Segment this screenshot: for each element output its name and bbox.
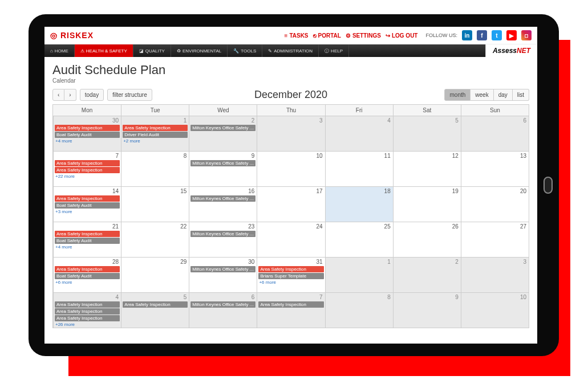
calendar-event[interactable]: Area Safety Inspection [55,160,120,166]
twitter-icon[interactable]: t [492,30,502,40]
view-week-button[interactable]: week [471,89,493,101]
more-events-link[interactable]: +6 more [54,279,121,285]
view-month-button[interactable]: month [444,89,471,101]
calendar-cell[interactable]: 17 [257,186,325,222]
nav-tools[interactable]: 🔧TOOLS [228,44,262,57]
calendar-cell[interactable]: 18 [325,186,393,222]
calendar-cell[interactable]: 26 [393,222,461,257]
calendar-cell[interactable]: 25 [325,222,393,257]
calendar-cell[interactable]: 10 [461,292,529,328]
calendar-cell[interactable]: 30Milton Keynes Office Safety Au [189,257,257,292]
calendar-cell[interactable]: 5 [393,116,461,151]
calendar-cell[interactable]: 7Area Safety Inspection [257,292,325,328]
calendar-event[interactable]: Area Safety Inspection [55,266,120,272]
calendar-cell[interactable]: 9 [393,292,461,328]
calendar-event[interactable]: Area Safety Inspection [55,231,120,237]
date-number: 29 [180,259,186,265]
calendar-event[interactable]: Area Safety Inspection [55,125,120,131]
calendar-cell[interactable]: 29 [121,257,189,292]
calendar-cell[interactable]: 6Milton Keynes Office Safety Au [189,292,257,328]
calendar-cell[interactable]: 2Milton Keynes Office Safety Au [189,116,257,151]
calendar-cell[interactable]: 30Area Safety InspectionBoat Safety Audi… [53,116,121,151]
more-events-link[interactable]: +22 more [54,173,121,179]
calendar-event[interactable]: Area Safety Inspection [258,301,323,308]
calendar-cell[interactable]: 23Milton Keynes Office Safety Au [189,222,257,257]
calendar-cell[interactable]: 12 [393,151,461,186]
more-events-link[interactable]: +6 more [257,279,325,285]
calendar-event[interactable]: Area Safety Inspection [55,308,120,315]
prev-button[interactable]: ‹ [52,89,64,101]
calendar-cell[interactable]: 1Area Safety InspectionDriver Field Audi… [121,116,189,151]
nav-quality[interactable]: ◪QUALITY [133,44,171,57]
more-events-link[interactable]: +3 more [54,209,121,215]
nav-home[interactable]: ⌂HOME [44,44,75,57]
calendar-event[interactable]: Area Safety Inspection [55,195,120,202]
calendar-cell[interactable]: 14Area Safety InspectionBoat Safety Audi… [53,186,121,222]
calendar-cell[interactable]: 8 [325,292,393,328]
calendar-cell[interactable]: 20 [461,186,529,222]
today-button[interactable]: today [80,89,104,101]
calendar-event[interactable]: Boat Safety Audit [55,238,120,244]
calendar-event[interactable]: Area Safety Inspection [258,266,323,272]
calendar-cell[interactable]: 24 [257,222,325,257]
calendar-event[interactable]: Milton Keynes Office Safety Au [190,231,256,237]
calendar-cell[interactable]: 9Milton Keynes Office Safety Au [189,151,257,186]
calendar-cell[interactable]: 27 [461,222,529,257]
calendar-event[interactable]: Area Safety Inspection [55,315,120,321]
calendar-cell[interactable]: 19 [393,186,461,222]
nav-help[interactable]: ⓘHELP [319,44,349,57]
calendar-cell[interactable]: 6 [461,116,529,151]
calendar-cell[interactable]: 4Area Safety InspectionArea Safety Inspe… [53,292,121,328]
linkedin-icon[interactable]: in [462,30,472,40]
calendar-cell[interactable]: 4 [325,116,393,151]
calendar-event[interactable]: Driver Field Audit [123,132,188,138]
nav-environmental[interactable]: ♻ENVIRONMENTAL [171,44,228,57]
youtube-icon[interactable]: ▶ [506,30,517,40]
more-events-link[interactable]: +26 more [54,321,121,328]
calendar-cell[interactable]: 13 [461,151,529,186]
calendar-event[interactable]: Milton Keynes Office Safety Au [190,301,256,308]
calendar-event[interactable]: Area Safety Inspection [55,301,120,308]
logout-link[interactable]: ↪LOG OUT [386,32,418,39]
view-day-button[interactable]: day [494,89,513,101]
calendar-cell[interactable]: 8 [121,151,189,186]
calendar-event[interactable]: Brians Super Template [258,273,323,279]
calendar-event[interactable]: Boat Safety Audit [55,202,120,209]
more-events-link[interactable]: +4 more [54,244,121,250]
calendar-event[interactable]: Milton Keynes Office Safety Au [190,266,256,272]
nav-health-safety[interactable]: ⚠HEALTH & SAFETY [75,44,133,57]
calendar-event[interactable]: Area Safety Inspection [123,301,188,308]
more-events-link[interactable]: +2 more [121,138,189,144]
calendar-cell[interactable]: 22 [121,222,189,257]
calendar-cell[interactable]: 2 [393,257,461,292]
calendar-event[interactable]: Boat Safety Audit [55,132,120,138]
calendar-cell[interactable]: 7Area Safety InspectionArea Safety Inspe… [53,151,121,186]
more-events-link[interactable]: +4 more [54,138,121,144]
next-button[interactable]: › [64,89,76,101]
calendar-event[interactable]: Area Safety Inspection [123,125,188,131]
calendar-event[interactable]: Area Safety Inspection [55,167,120,173]
tasks-link[interactable]: ≡TASKS [285,32,309,39]
calendar-cell[interactable]: 21Area Safety InspectionBoat Safety Audi… [53,222,121,257]
calendar-cell[interactable]: 31Area Safety InspectionBrians Super Tem… [257,257,325,292]
calendar-cell[interactable]: 5Area Safety Inspection [121,292,189,328]
calendar-cell[interactable]: 3 [257,116,325,151]
calendar-cell[interactable]: 28Area Safety InspectionBoat Safety Audi… [53,257,121,292]
calendar-cell[interactable]: 3 [461,257,529,292]
calendar-event[interactable]: Boat Safety Audit [55,273,120,279]
calendar-event[interactable]: Milton Keynes Office Safety Au [190,195,256,202]
filter-structure-button[interactable]: filter structure [107,89,152,101]
instagram-icon[interactable]: ◘ [521,30,532,40]
calendar-cell[interactable]: 1 [325,257,393,292]
calendar-cell[interactable]: 15 [121,186,189,222]
nav-administration[interactable]: ✎ADMINISTRATION [262,44,319,57]
portal-link[interactable]: ⎋PORTAL [313,32,341,39]
calendar-event[interactable]: Milton Keynes Office Safety Au [190,125,256,131]
settings-link[interactable]: ⚙SETTINGS [346,32,381,39]
calendar-cell[interactable]: 11 [325,151,393,186]
view-list-button[interactable]: list [513,89,529,101]
facebook-icon[interactable]: f [477,30,487,40]
calendar-event[interactable]: Milton Keynes Office Safety Au [190,160,256,166]
calendar-cell[interactable]: 10 [257,151,325,186]
calendar-cell[interactable]: 16Milton Keynes Office Safety Au [189,186,257,222]
